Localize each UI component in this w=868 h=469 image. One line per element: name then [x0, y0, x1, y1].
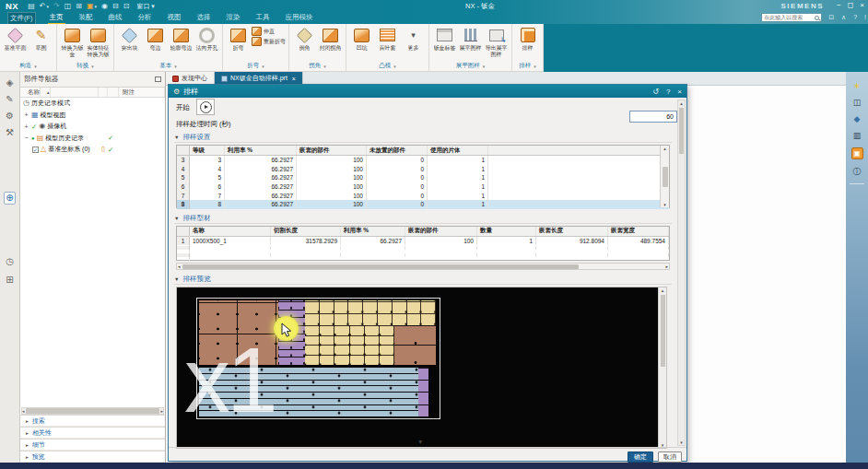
settings-row[interactable]: 5566.292710001	[177, 173, 669, 182]
section-materials[interactable]: ▼ 排样型材	[174, 213, 672, 224]
tool-contour-flange[interactable]: 轮廓弯边	[169, 26, 194, 52]
tool-datum-plane[interactable]: 基准平面	[3, 26, 28, 52]
ok-button[interactable]: 确定	[628, 451, 653, 463]
group-dropdown-icon[interactable]: ▾	[534, 64, 536, 69]
tab-discovery-center[interactable]: 发现中心	[166, 72, 215, 85]
menu-item-selection[interactable]: 选择	[195, 12, 213, 25]
scroll-right-icon[interactable]: ▸	[665, 264, 668, 269]
tool-closed-corner[interactable]: 封闭拐角	[318, 26, 343, 52]
tool-export-flat-pattern[interactable]: 导出展平图样	[484, 26, 509, 57]
scroll-down-icon[interactable]: ▾	[663, 202, 666, 207]
tool-unbend[interactable]: 伸直	[252, 27, 286, 36]
scroll-right-icon[interactable]: ▸	[160, 408, 163, 414]
help-icon[interactable]: ?	[853, 14, 857, 21]
navigator-section-search[interactable]: ▸搜索	[20, 415, 165, 427]
tab-close-icon[interactable]: ×	[292, 76, 296, 82]
scrollbar-thumb[interactable]	[182, 264, 579, 269]
ribbon-group-label[interactable]: 拐角▾	[290, 61, 345, 71]
preview-scrollbar[interactable]: ▴ ▾	[658, 287, 666, 448]
tool-bend[interactable]: 折弯	[226, 26, 251, 52]
history-icon[interactable]: ◷	[6, 256, 14, 267]
dropdown-caret-icon[interactable]: ▾	[46, 3, 49, 10]
ribbon-group-label[interactable]: 折弯▾	[224, 61, 287, 71]
dropdown-caret-icon[interactable]: ▾	[95, 3, 98, 10]
dialog-header[interactable]: ⚙ 排样 ↺?×	[169, 85, 686, 98]
navigator-section-details[interactable]: ▸细节	[20, 439, 165, 451]
tool-solid-feature-to-sheet-metal[interactable]: 实体特征转换为钣金	[86, 26, 111, 57]
tool-tab[interactable]: 突出块	[117, 26, 142, 52]
tab-part-nx-sheet-metal-auto-nesting[interactable]: NX钣金自动排样.prt×	[215, 72, 303, 85]
section-settings[interactable]: ▼ 排样设置	[174, 132, 672, 143]
material-row[interactable]: 11000X500_131578.292966.29271001912.8094…	[177, 237, 669, 246]
header-cell[interactable]: 嵌套长度	[536, 227, 608, 236]
tool-flat-pattern[interactable]: 展平图样	[458, 26, 483, 52]
ribbon-group-label[interactable]: 基本▾	[115, 61, 221, 71]
search-input[interactable]	[764, 15, 812, 20]
scroll-up-icon[interactable]: ▴	[663, 146, 666, 151]
tool-more[interactable]: 更多	[401, 26, 426, 52]
tool-rebend[interactable]: 重新折弯	[252, 37, 286, 46]
expander-icon[interactable]: +	[23, 123, 29, 130]
reset-icon[interactable]: ↺	[652, 88, 659, 96]
header-cell[interactable]: 未放置的部件	[367, 146, 428, 155]
roles-icon[interactable]: ⊞	[6, 275, 13, 286]
column-comment[interactable]: 附注	[119, 88, 165, 97]
group-dropdown-icon[interactable]: ▾	[323, 64, 326, 69]
copy-icon[interactable]: ◫	[65, 3, 72, 10]
scroll-down-icon[interactable]: ▾	[680, 440, 683, 445]
reuse-library-icon[interactable]: ⚒	[6, 127, 14, 138]
dialog-collapse-arrow[interactable]: ▼	[417, 439, 423, 445]
navigator-horizontal-scrollbar[interactable]: ◂ ▸	[21, 407, 164, 415]
tree-row-history-mode[interactable]: ◷历史记录模式	[20, 98, 165, 110]
search-field[interactable]	[761, 13, 822, 22]
tool-chamfer[interactable]: 倒角	[292, 26, 317, 52]
restore-button[interactable]: ◻	[848, 1, 854, 9]
tool-sketch[interactable]: 草图	[29, 26, 53, 52]
ribbon-group-label[interactable]: 构造▾	[1, 61, 55, 71]
scrollbar-thumb[interactable]	[26, 408, 160, 414]
scroll-left-icon[interactable]: ◂	[178, 264, 181, 269]
scroll-up-icon[interactable]: ▴	[680, 100, 683, 106]
navigator-section-dependencies[interactable]: ▸相关性	[20, 427, 165, 439]
window-layout-icon[interactable]: ⊡	[123, 3, 130, 10]
header-cell[interactable]: 利用率 %	[341, 227, 405, 236]
expander-icon[interactable]: +	[23, 111, 29, 118]
redo-icon[interactable]: ↷	[53, 3, 60, 10]
scrollbar-thumb[interactable]	[663, 167, 668, 187]
dialog-scrollbar[interactable]: ▴ ▾	[677, 100, 686, 446]
scrollbar-thumb[interactable]	[679, 108, 684, 154]
section-preview[interactable]: ▼ 排样预览	[174, 274, 672, 285]
tool-sheet-metal-tag[interactable]: 钣金标签	[432, 26, 457, 52]
group-dropdown-icon[interactable]: ▾	[393, 64, 396, 69]
save-icon[interactable]: ▤	[28, 3, 35, 10]
expander-icon[interactable]: −	[23, 135, 29, 141]
menu-item-assemblies[interactable]: 装配	[77, 12, 95, 25]
constraint-navigator-icon[interactable]: ✎	[6, 94, 13, 105]
header-cell[interactable]: 嵌套的部件	[297, 146, 367, 155]
microphone-icon[interactable]: ◉	[101, 3, 108, 10]
group-dropdown-icon[interactable]: ▾	[174, 64, 177, 69]
datum-display-icon[interactable]: ◆	[854, 114, 861, 123]
undo-icon[interactable]: ↶▾	[40, 3, 49, 10]
alerts-icon[interactable]: !	[864, 14, 866, 21]
visual-effects-icon[interactable]: ∗	[853, 81, 861, 90]
scrollbar-thumb[interactable]	[661, 295, 665, 367]
tool-nesting[interactable]: 排样	[515, 26, 540, 52]
nesting-icon[interactable]: ▣	[851, 147, 863, 159]
header-cell[interactable]: 利用率 %	[225, 146, 297, 155]
minimize-button[interactable]: −	[837, 1, 841, 9]
tool-convert-to-sheet-metal[interactable]: 转换为钣金	[60, 26, 85, 57]
header-cell[interactable]: 数量	[477, 227, 536, 236]
menu-item-home[interactable]: 主页	[48, 12, 65, 25]
menu-item-application-modules[interactable]: 应用模块	[284, 12, 315, 25]
header-cell[interactable]: 嵌套的部件	[405, 227, 477, 236]
settings-row[interactable]: 6666.292710001	[177, 182, 669, 192]
group-dropdown-icon[interactable]: ▾	[262, 64, 264, 69]
menu-item-curve[interactable]: 曲线	[107, 12, 124, 25]
scroll-up-icon[interactable]: ▴	[662, 287, 664, 293]
materials-table-scrollbar[interactable]: ◂ ▸	[176, 263, 670, 270]
cancel-button[interactable]: 取消	[658, 451, 682, 463]
settings-row[interactable]: 7766.292710001	[177, 191, 669, 200]
fit-window-icon[interactable]: ⊡	[828, 14, 834, 21]
start-button[interactable]	[196, 99, 215, 115]
